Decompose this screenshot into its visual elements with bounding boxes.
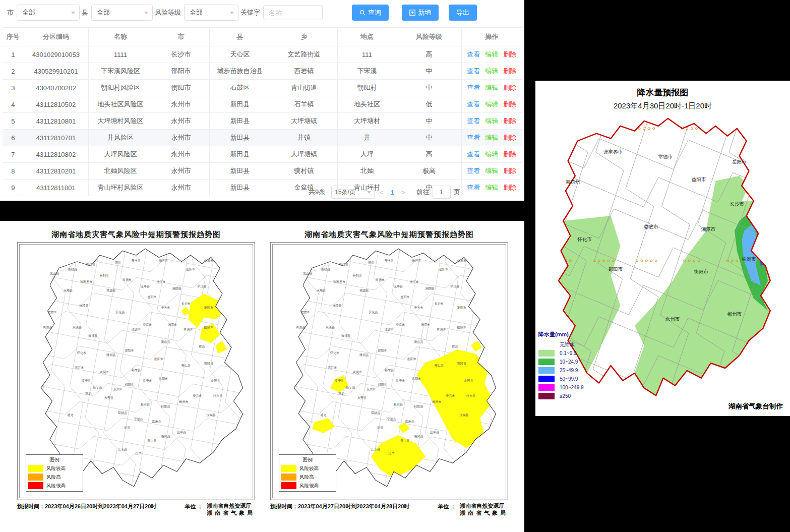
map-city-label: 永州市 xyxy=(665,316,680,322)
view-link[interactable]: 查看 xyxy=(467,184,480,191)
actions-cell: 查看编辑删除 xyxy=(461,163,522,180)
map-city-label: 新田县 xyxy=(140,402,150,406)
county-filter-value: 全部 xyxy=(97,8,110,17)
map-city-label: 沅陵县 xyxy=(79,304,89,308)
view-link[interactable]: 查看 xyxy=(467,50,480,58)
map-city-label: 凤凰县 xyxy=(296,325,306,329)
delete-link[interactable]: 删除 xyxy=(503,50,516,58)
map-city-label: 资兴市 xyxy=(193,394,202,397)
view-link[interactable]: 查看 xyxy=(467,67,480,75)
map-city-label: 溆浦县 xyxy=(341,334,351,338)
legend-item: 风险很高 xyxy=(281,482,334,489)
edit-link[interactable]: 编辑 xyxy=(485,117,498,125)
map-city-label: 永顺县 xyxy=(64,288,73,292)
delete-link[interactable]: 删除 xyxy=(503,150,516,158)
delete-link[interactable]: 删除 xyxy=(503,134,516,141)
edit-link[interactable]: 编辑 xyxy=(485,167,498,174)
column-header: 分区编码 xyxy=(24,28,88,46)
page-size-select[interactable]: 15条/页 xyxy=(331,186,375,199)
view-link[interactable]: 查看 xyxy=(467,100,480,108)
table-row: 843112810201北妯风险区永州市新田县骥村镇北妯极高查看编辑删除 xyxy=(3,163,522,180)
chevron-down-icon xyxy=(367,191,371,194)
map-city-label: 张家界市 xyxy=(333,280,346,284)
next-page-button[interactable]: > xyxy=(396,189,410,196)
map-city-label: 汝城县 xyxy=(459,413,469,417)
add-button[interactable]: 新增 xyxy=(402,5,439,21)
add-square-icon xyxy=(409,10,415,16)
view-link[interactable]: 查看 xyxy=(467,150,480,158)
trend-map-title: 湖南省地质灾害气象风险中短期预警预报趋势图 xyxy=(17,230,255,240)
map-city-label: 常德市 xyxy=(123,278,132,282)
export-button[interactable]: 导出 xyxy=(449,5,477,21)
chevron-down-icon xyxy=(230,12,234,14)
county-filter-select[interactable]: 全部 xyxy=(91,5,153,21)
forecast-time-text: 预报时间：2023年04月26日20时到2023年04月27日20时 xyxy=(17,503,156,517)
edit-link[interactable]: 编辑 xyxy=(485,50,498,58)
table-cell: 井镇 xyxy=(271,130,337,146)
map-city-label: 安化县 xyxy=(115,310,125,314)
legend-swatch xyxy=(281,474,296,481)
map-city-label: 邵阳市 xyxy=(378,348,387,352)
delete-link[interactable]: 删除 xyxy=(503,184,516,191)
city-filter-select[interactable]: 全部 xyxy=(17,5,80,21)
table-cell: 西岩镇 xyxy=(271,63,337,80)
legend-label: 风险很高 xyxy=(46,483,66,489)
delete-link[interactable]: 删除 xyxy=(503,67,516,75)
precipitation-forecast-panel: 降水量预报图 2023年4月30日20时-1日20时 张家界市常德市岳阳市益阳市… xyxy=(535,81,790,416)
map-city-label: 安乡县 xyxy=(385,259,394,262)
prev-page-button[interactable]: < xyxy=(375,189,389,196)
trend-maps-panel: 湖南省地质灾害气象风险中短期预警预报趋势图 石门县桑植县龙山县慈利县澧县安乡县临… xyxy=(0,221,524,532)
delete-link[interactable]: 删除 xyxy=(503,84,516,91)
table-cell: 极高 xyxy=(397,163,461,180)
current-page-number[interactable]: 1 xyxy=(389,189,396,196)
table-cell: 6 xyxy=(3,130,24,146)
filter-bar: 市 全部 县 全部 风险等级 全部 关键字 查询 xyxy=(0,0,524,25)
view-link[interactable]: 查看 xyxy=(467,167,480,174)
view-link[interactable]: 查看 xyxy=(467,134,480,141)
unit-line1: 湖南省自然资源厅 xyxy=(460,503,508,510)
map-city-label: 宁乡市 xyxy=(161,306,170,309)
map-city-label: 洪江市 xyxy=(75,366,84,370)
map-city-label: 湘阴县 xyxy=(426,286,435,290)
map-city-label: 东安县 xyxy=(357,396,367,399)
map-city-label: 怀化市 xyxy=(577,237,592,242)
table-cell: 青山坪村风险区 xyxy=(88,180,153,196)
map-city-label: 通道 xyxy=(320,413,326,417)
view-link[interactable]: 查看 xyxy=(467,117,480,125)
delete-link[interactable]: 删除 xyxy=(503,117,516,125)
map-city-label: 江永县 xyxy=(371,447,381,451)
table-cell: 新田县 xyxy=(209,96,271,113)
actions-cell: 查看编辑删除 xyxy=(461,63,522,80)
delete-link[interactable]: 删除 xyxy=(503,167,516,174)
map-city-label: 华容县 xyxy=(412,259,421,263)
column-header: 操作 xyxy=(461,28,522,46)
legend-item: 100~249.9 xyxy=(538,383,584,392)
edit-link[interactable]: 编辑 xyxy=(485,134,498,141)
table-cell: 大坪塘村 xyxy=(337,113,397,130)
map-city-label: 桃源县 xyxy=(359,288,369,292)
map-city-label: 长沙市 xyxy=(730,201,745,207)
edit-link[interactable]: 编辑 xyxy=(485,100,498,108)
table-cell: 石羊镇 xyxy=(271,96,337,113)
map-city-label: 郴州市 xyxy=(727,311,742,317)
delete-link[interactable]: 删除 xyxy=(503,100,516,108)
legend-label: 50~99.9 xyxy=(560,376,578,382)
keyword-input[interactable] xyxy=(263,5,323,20)
edit-link[interactable]: 编辑 xyxy=(485,84,498,91)
legend-label: 无降水 xyxy=(560,341,575,348)
goto-page-input[interactable] xyxy=(433,186,451,199)
map-city-label: 华容县 xyxy=(159,259,168,263)
table-cell: 下宋溪风险区 xyxy=(88,63,153,80)
trend-map-caption: 预报时间：2023年04月26日20时到2023年04月27日20时 单位 ： … xyxy=(17,503,255,517)
map-city-label: 永州市 xyxy=(113,387,123,391)
risk-level-filter-select[interactable]: 全部 xyxy=(184,5,238,21)
map-city-label: 益阳市 xyxy=(147,295,157,299)
map-city-label: 澧县 xyxy=(368,261,374,265)
edit-link[interactable]: 编辑 xyxy=(485,150,498,158)
view-link[interactable]: 查看 xyxy=(467,84,480,91)
edit-link[interactable]: 编辑 xyxy=(485,184,498,191)
map-city-label: 汉寿县 xyxy=(394,284,403,288)
search-button[interactable]: 查询 xyxy=(352,5,389,21)
map-city-label: 吉首市 xyxy=(300,310,310,314)
edit-link[interactable]: 编辑 xyxy=(485,67,498,75)
